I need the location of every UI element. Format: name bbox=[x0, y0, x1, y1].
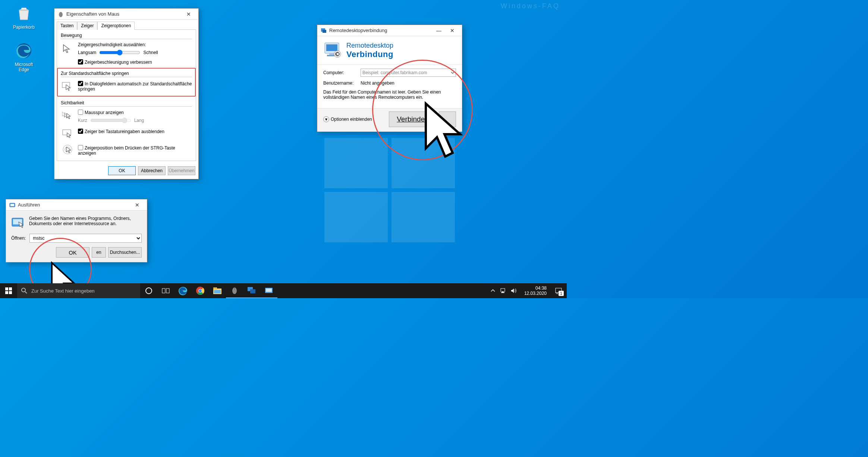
rdp-header-icon: ✖ bbox=[323, 41, 343, 59]
chevron-down-icon: ▾ bbox=[323, 116, 329, 122]
snap-icon bbox=[61, 80, 74, 94]
slow-label: Langsam bbox=[78, 50, 96, 55]
trails-short-label: Kurz bbox=[78, 118, 87, 123]
svg-rect-19 bbox=[5, 287, 8, 290]
svg-point-25 bbox=[146, 288, 152, 294]
svg-rect-14 bbox=[329, 53, 334, 55]
notification-count: 1 bbox=[559, 291, 564, 296]
tray-volume-icon[interactable] bbox=[510, 287, 518, 294]
svg-rect-45 bbox=[501, 292, 504, 293]
hide-typing-icon bbox=[61, 126, 74, 140]
enhance-precision-checkbox[interactable]: Zeigerbeschleunigung verbessern bbox=[78, 60, 152, 65]
hide-typing-checkbox[interactable]: Zeiger bei Tastatureingaben ausblenden bbox=[78, 129, 164, 134]
close-button[interactable]: ✕ bbox=[130, 200, 144, 210]
recycle-bin-icon[interactable]: Papierkorb bbox=[9, 4, 39, 30]
edge-label: Microsoft Edge bbox=[9, 62, 39, 72]
taskbar-app-explorer[interactable] bbox=[209, 283, 226, 298]
windows-logo-bg bbox=[324, 138, 462, 250]
search-icon bbox=[21, 287, 28, 294]
rdp-head-line1: Remotedesktop bbox=[346, 42, 393, 50]
snap-to-checkbox[interactable]: In Dialogfeldern automatisch zur Standar… bbox=[78, 81, 192, 92]
ctrl-locate-icon bbox=[61, 143, 74, 156]
rdp-head-line2: Verbindung bbox=[346, 50, 393, 59]
watermark-text: Windows-FAQ bbox=[501, 2, 560, 10]
trails-long-label: Lang bbox=[134, 118, 144, 123]
svg-rect-22 bbox=[9, 291, 12, 294]
cursor-speed-icon bbox=[61, 42, 74, 56]
ctrl-locate-checkbox[interactable]: Zeigerposition beim Drücken der STRG-Tas… bbox=[78, 145, 175, 156]
username-label: Benutzername: bbox=[323, 81, 357, 86]
taskbar: Zur Suche Text hier eingeben 04:38 12.03… bbox=[0, 283, 567, 298]
group-snap-label: Zur Standardschaltfläche springen bbox=[61, 71, 192, 76]
taskbar-app-run[interactable] bbox=[260, 283, 277, 298]
clock-time: 04:38 bbox=[524, 286, 547, 291]
fast-label: Schnell bbox=[143, 50, 158, 55]
run-body-icon bbox=[11, 216, 25, 229]
computer-field[interactable]: Beispiel: computer.fabrikam.com bbox=[361, 69, 456, 77]
titlebar[interactable]: Ausführen ✕ bbox=[6, 199, 147, 211]
svg-rect-11 bbox=[323, 30, 326, 33]
trails-slider bbox=[90, 117, 131, 123]
tabs: Tasten Zeiger Zeigeroptionen bbox=[57, 21, 196, 29]
dialog-buttons: OK Abbrechen Übernehmen bbox=[54, 163, 198, 179]
recycle-bin-label: Papierkorb bbox=[9, 25, 39, 30]
taskbar-app-mouse[interactable] bbox=[226, 283, 243, 298]
dialog-title: Eigenschaften von Maus bbox=[66, 11, 182, 17]
titlebar[interactable]: Eigenschaften von Maus ✕ bbox=[54, 9, 198, 20]
tab-zeigeroptionen[interactable]: Zeigeroptionen bbox=[97, 22, 135, 30]
search-placeholder: Zur Suche Text hier eingeben bbox=[31, 288, 95, 294]
taskbar-app-rdp[interactable] bbox=[243, 283, 260, 298]
tray-chevron-up-icon[interactable] bbox=[489, 287, 497, 294]
rdp-hint: Das Feld für den Computernamen ist leer.… bbox=[323, 89, 456, 100]
group-visibility-label: Sichtbarkeit bbox=[61, 100, 192, 105]
run-browse-button[interactable]: Durchsuchen... bbox=[108, 247, 142, 258]
speed-slider[interactable] bbox=[99, 50, 140, 56]
close-button[interactable]: ✕ bbox=[182, 9, 195, 19]
rdp-titlebar-icon bbox=[320, 27, 327, 34]
run-ok-button[interactable]: OK bbox=[56, 247, 89, 258]
run-cancel-button[interactable]: en bbox=[92, 247, 106, 258]
taskbar-search[interactable]: Zur Suche Text hier eingeben bbox=[17, 283, 140, 298]
trails-checkbox[interactable]: Mausspur anzeigen bbox=[78, 110, 124, 115]
trails-icon bbox=[61, 110, 74, 123]
close-button[interactable]: ✕ bbox=[446, 26, 459, 35]
run-icon bbox=[9, 202, 16, 208]
run-dialog: Ausführen ✕ Geben Sie den Namen eines Pr… bbox=[6, 199, 147, 262]
taskview-button[interactable] bbox=[157, 283, 174, 298]
svg-rect-7 bbox=[10, 204, 14, 206]
minimize-button[interactable]: — bbox=[432, 26, 446, 35]
taskbar-app-chrome[interactable] bbox=[192, 283, 209, 298]
speed-label: Zeigergeschwindigkeit auswählen: bbox=[78, 42, 192, 47]
cortana-button[interactable] bbox=[140, 283, 157, 298]
cancel-button[interactable]: Abbrechen bbox=[138, 166, 166, 175]
start-button[interactable] bbox=[0, 283, 17, 298]
titlebar[interactable]: Remotedesktopverbindung — ✕ bbox=[317, 25, 462, 36]
svg-rect-36 bbox=[214, 290, 221, 293]
svg-rect-3 bbox=[63, 130, 71, 135]
svg-rect-44 bbox=[502, 291, 503, 292]
svg-line-24 bbox=[25, 291, 27, 293]
snap-to-highlight: Zur Standardschaltfläche springen In Dia… bbox=[57, 68, 196, 97]
ok-button[interactable]: OK bbox=[108, 166, 136, 175]
open-field[interactable]: mstsc bbox=[29, 234, 142, 243]
help-button[interactable] bbox=[439, 111, 456, 127]
svg-rect-13 bbox=[326, 44, 337, 51]
rdp-header: ✖ Remotedesktop Verbindung bbox=[317, 36, 462, 65]
tab-tasten[interactable]: Tasten bbox=[57, 22, 77, 30]
taskbar-app-edge[interactable] bbox=[174, 283, 192, 298]
svg-rect-20 bbox=[9, 287, 12, 290]
svg-rect-26 bbox=[162, 289, 165, 293]
connect-button[interactable]: Verbinden bbox=[389, 111, 437, 127]
svg-rect-40 bbox=[250, 289, 255, 293]
taskbar-clock[interactable]: 04:38 12.03.2020 bbox=[521, 286, 550, 296]
notification-button[interactable]: 1 bbox=[550, 283, 567, 298]
edge-icon[interactable]: Microsoft Edge bbox=[9, 41, 39, 72]
apply-button: Übernehmen bbox=[168, 166, 195, 175]
svg-rect-35 bbox=[213, 287, 217, 289]
computer-label: Computer: bbox=[323, 70, 357, 75]
tray-network-icon[interactable] bbox=[500, 287, 507, 294]
show-options-link[interactable]: ▾ Optionen einblenden bbox=[323, 116, 372, 122]
tab-zeiger[interactable]: Zeiger bbox=[77, 22, 97, 30]
run-title: Ausführen bbox=[18, 202, 130, 208]
open-label: Öffnen: bbox=[11, 236, 26, 241]
